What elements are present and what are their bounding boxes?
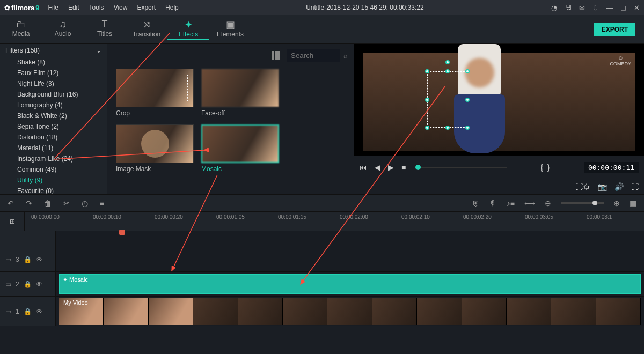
marker-icon[interactable]: ⛨ (472, 199, 480, 208)
sidebar-item-shake[interactable]: Shake (8) (0, 57, 107, 68)
video-clip[interactable]: My Video (59, 298, 641, 325)
volume-icon[interactable]: 🔊 (614, 182, 624, 191)
mail-icon[interactable]: ✉ (579, 4, 585, 12)
handle-ml[interactable] (425, 98, 429, 102)
delete-icon[interactable]: 🗑 (44, 199, 52, 208)
chevron-down-icon: ⌄ (96, 47, 101, 54)
tab-titles[interactable]: TTitles (84, 19, 126, 40)
handle-tr[interactable] (465, 69, 470, 73)
ruler-tick: 00:00:00:20 (155, 214, 183, 220)
tab-effects[interactable]: ✦Effects (167, 19, 209, 40)
fullscreen-icon[interactable]: ⛶ (631, 182, 639, 191)
search-input[interactable] (287, 49, 340, 62)
braces-icon[interactable]: { } (541, 163, 550, 172)
zoom-out-icon[interactable]: ⊖ (545, 199, 551, 208)
track-3[interactable]: ▭3🔒👁 (0, 247, 644, 271)
thumb-mosaic[interactable]: Mosaic (201, 124, 279, 173)
account-icon[interactable]: ◔ (551, 4, 557, 12)
handle-tc[interactable] (445, 69, 450, 73)
playhead[interactable] (122, 231, 122, 326)
lock-icon[interactable]: 🔒 (24, 308, 32, 315)
handle-bl[interactable] (425, 126, 429, 130)
selection-box[interactable] (427, 71, 467, 128)
sidebar-item-bgblur[interactable]: Background Blur (16) (0, 89, 107, 100)
preview-controls: ⏮ ◀ ▶ ■ { } 00:00:00:11 (354, 156, 644, 179)
handle-rotate[interactable] (445, 60, 450, 64)
thumb-imagemask[interactable]: Image Mask (116, 124, 194, 173)
thumb-image (201, 124, 279, 163)
track-1[interactable]: ▭1🔒👁 My Video (0, 296, 644, 326)
tab-transition[interactable]: ⤭Transition (126, 19, 167, 40)
sidebar-item-distortion[interactable]: Distortion (18) (0, 132, 107, 143)
sidebar-item-bw[interactable]: Black & White (2) (0, 110, 107, 121)
effect-clip[interactable]: ✦ Mosaic (59, 274, 641, 294)
timeline-ruler[interactable]: ⊞ 00:00:00:0000:00:00:1000:00:00:2000:00… (0, 211, 644, 231)
redo-icon[interactable]: ↷ (26, 199, 32, 208)
menu-tools[interactable]: Tools (89, 4, 104, 11)
menu-view[interactable]: View (114, 4, 128, 11)
close-button[interactable]: ✕ (634, 4, 640, 12)
zoom-slider[interactable] (561, 202, 604, 204)
grid-view-icon[interactable] (272, 51, 280, 60)
filters-group[interactable]: Filters (158)⌄ (0, 44, 107, 57)
settings-icon[interactable]: ▦ (630, 199, 636, 208)
thumb-image (116, 124, 194, 163)
tab-media[interactable]: 🗀Media (0, 19, 42, 40)
menu-file[interactable]: File (48, 4, 58, 11)
maximize-button[interactable]: ◻ (620, 4, 626, 12)
mic-icon[interactable]: ⇩ (592, 4, 598, 12)
sidebar-item-instagram[interactable]: Instagram-Like (24) (0, 153, 107, 164)
lock-icon[interactable]: 🔒 (24, 281, 32, 288)
eye-icon[interactable]: 👁 (36, 281, 42, 288)
audio-mix-icon[interactable]: ♪≡ (507, 199, 515, 208)
ruler-tick: 00:00:00:00 (31, 214, 60, 220)
sidebar-item-sepia[interactable]: Sepia Tone (2) (0, 121, 107, 132)
tab-audio[interactable]: ♫Audio (42, 19, 84, 40)
lock-icon[interactable]: 🔒 (24, 256, 32, 263)
undo-icon[interactable]: ↶ (8, 199, 14, 208)
main-menu: File Edit Tools View Export Help (48, 4, 179, 11)
quality-icon[interactable]: ⛶⚙ (575, 182, 590, 191)
filmstrip-icon: ▭ (5, 256, 11, 263)
thumb-faceoff[interactable]: Face-off (201, 69, 279, 117)
track-2[interactable]: ▭2🔒👁 ✦ Mosaic (0, 271, 644, 296)
sidebar-item-lomo[interactable]: Lomography (4) (0, 100, 107, 110)
menu-help[interactable]: Help (165, 4, 179, 11)
search-icon[interactable]: ⌕ (343, 52, 347, 60)
zoom-in-icon[interactable]: ⊕ (613, 199, 620, 208)
step-back-icon[interactable]: ◀ (375, 163, 380, 172)
sidebar-item-material[interactable]: Material (11) (0, 143, 107, 153)
folder-icon: 🗀 (0, 19, 42, 30)
sidebar-item-favourite[interactable]: Favourite (0) (0, 186, 107, 194)
tab-elements[interactable]: ▣Elements (209, 19, 251, 40)
stop-icon[interactable]: ■ (401, 163, 406, 172)
fit-icon[interactable]: ⟷ (524, 199, 535, 208)
eye-icon[interactable]: 👁 (36, 308, 42, 315)
preview-progress[interactable] (415, 167, 507, 168)
add-track-button[interactable]: ⊞ (0, 212, 25, 231)
handle-mr[interactable] (465, 98, 470, 102)
handle-bc[interactable] (445, 126, 450, 130)
save-icon[interactable]: 🖫 (565, 4, 572, 12)
minimize-button[interactable]: — (606, 4, 613, 12)
split-icon[interactable]: ✂ (63, 199, 70, 208)
record-icon[interactable]: 🎙 (489, 199, 497, 208)
skip-back-icon[interactable]: ⏮ (360, 163, 367, 172)
menu-edit[interactable]: Edit (68, 4, 79, 11)
duration-icon[interactable]: ◷ (82, 199, 88, 208)
adjust-icon[interactable]: ≡ (100, 199, 104, 208)
menu-export[interactable]: Export (137, 4, 156, 11)
handle-tl[interactable] (425, 69, 429, 73)
effects-sidebar[interactable]: Filters (158)⌄ Shake (8) Faux Film (12) … (0, 44, 107, 194)
eye-icon[interactable]: 👁 (36, 256, 42, 263)
handle-br[interactable] (465, 126, 470, 130)
preview-canvas[interactable]: ©COMEDY (354, 44, 644, 156)
snapshot-icon[interactable]: 📷 (598, 182, 607, 191)
play-icon[interactable]: ▶ (388, 163, 394, 172)
sidebar-item-common[interactable]: Common (49) (0, 164, 107, 175)
sidebar-item-utility[interactable]: Utility (9) (0, 175, 107, 186)
sidebar-item-fauxfilm[interactable]: Faux Film (12) (0, 68, 107, 78)
thumb-crop[interactable]: Crop (116, 69, 194, 117)
sidebar-item-nightlife[interactable]: Night Life (3) (0, 78, 107, 89)
export-button[interactable]: EXPORT (594, 23, 635, 36)
